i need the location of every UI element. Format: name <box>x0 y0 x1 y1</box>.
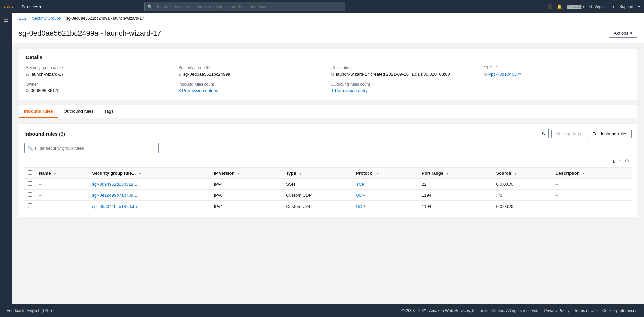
sort-name-icon: ▼ <box>53 172 57 175</box>
manage-tags-button[interactable]: Manage tags <box>551 130 585 138</box>
copy-sg-id-icon[interactable]: ⧉ <box>179 72 182 77</box>
actions-button[interactable]: Actions ▾ <box>609 29 637 38</box>
row-sg-rule-0: sgr-0d94951d15b318... <box>89 179 210 190</box>
table-row: – sgr-055041bffb187dcfa IPv4 Custom UDP … <box>24 201 632 212</box>
header-type[interactable]: Type ▼ <box>283 168 353 179</box>
detail-inbound-count-value: 3 Permission entries <box>179 88 325 93</box>
copy-description-icon[interactable]: ⧉ <box>331 72 334 77</box>
row-port-range-0: 22 <box>418 179 493 190</box>
header-name[interactable]: Name ▼ <box>36 168 89 179</box>
search-bar: 🔍 <box>144 2 345 11</box>
table-row: – sgr-0e19d99b7ab789... IPv6 Custom UDP … <box>24 190 632 201</box>
privacy-policy-link[interactable]: Privacy Policy <box>544 308 570 313</box>
refresh-button[interactable]: ↻ <box>539 129 549 138</box>
sort-sg-rule-icon: ▼ <box>138 172 142 175</box>
sort-type-icon: ▼ <box>299 172 302 175</box>
inbound-rules-section: Inbound rules (3) ↻ Manage tags Edit inb… <box>19 123 637 217</box>
detail-sg-name: Security group name ⧉ launch-wizard-17 <box>26 65 172 77</box>
filter-input[interactable] <box>24 143 159 153</box>
header-ip-version[interactable]: IP version ▼ <box>211 168 283 179</box>
copy-owner-icon[interactable]: ⧉ <box>26 88 29 93</box>
row-sg-rule-1: sgr-0e19d99b7ab789... <box>89 190 210 201</box>
row-port-range-2: 1194 <box>418 201 493 212</box>
search-input[interactable] <box>144 2 345 11</box>
footer-right: © 2008 - 2021, Amazon Web Services, Inc.… <box>401 308 637 313</box>
filter-input-wrapper: 🔍 <box>24 143 159 153</box>
breadcrumb-security-groups[interactable]: Security Groups <box>32 16 61 21</box>
tab-inbound-rules[interactable]: Inbound rules <box>19 105 58 118</box>
row-description-2: – <box>552 201 632 212</box>
detail-vpc-id-label: VPC ID <box>484 65 631 70</box>
bell-icon[interactable]: 🔔 <box>557 4 562 9</box>
detail-description-label: Description <box>331 65 478 70</box>
header-select-all <box>24 168 36 179</box>
row-description-0: – <box>552 179 632 190</box>
row-protocol-2: UDP <box>353 201 418 212</box>
tab-tags[interactable]: Tags <box>99 105 119 118</box>
actions-label: Actions <box>614 31 628 36</box>
detail-vpc-id-value: ⧉ vpc-78d10405 ⧉ <box>484 72 631 77</box>
next-page-button[interactable]: › <box>618 157 622 164</box>
row-type-1: Custom UDP <box>283 190 353 201</box>
detail-inbound-count: Inbound rules count 3 Permission entries <box>179 82 325 93</box>
rules-actions: ↻ Manage tags Edit inbound rules <box>539 129 632 138</box>
row-source-0: 0.0.0.0/0 <box>493 179 552 190</box>
user-menu[interactable]: ▓▓▓▓▓ ▾ <box>567 4 585 9</box>
row-checkbox-1[interactable] <box>28 192 32 197</box>
header-protocol[interactable]: Protocol ▼ <box>353 168 418 179</box>
row-name-1: – <box>36 190 89 201</box>
region-menu[interactable]: N. Virginia <box>589 4 608 9</box>
row-checkbox-2[interactable] <box>28 203 32 208</box>
language-selector[interactable]: English (US) ▾ <box>27 308 53 313</box>
copy-vpc-id-icon[interactable]: ⧉ <box>484 72 487 77</box>
copy-sg-name-icon[interactable]: ⧉ <box>26 72 29 77</box>
row-protocol-0: TCP <box>353 179 418 190</box>
detail-sg-id-value: ⧉ sg-0ed0ae5621bc2499a <box>179 72 325 77</box>
feedback-link[interactable]: Feedback <box>7 308 24 313</box>
row-description-1: – <box>552 190 632 201</box>
detail-sg-name-value: ⧉ launch-wizard-17 <box>26 72 172 77</box>
row-protocol-1: UDP <box>353 190 418 201</box>
cloud-icon[interactable]: ⬛ <box>547 4 552 9</box>
edit-inbound-rules-button[interactable]: Edit inbound rules <box>588 130 632 138</box>
details-card: Details Security group name ⧉ launch-wiz… <box>19 49 637 100</box>
aws-logo[interactable]: aws <box>4 3 15 10</box>
sort-port-range-icon: ▼ <box>446 172 449 175</box>
hamburger-menu-icon[interactable]: ☰ <box>4 17 8 23</box>
top-navigation: aws Services ▾ 🔍 ⬛ 🔔 ▓▓▓▓▓ ▾ N. Virginia… <box>0 0 644 13</box>
inbound-rules-table: Name ▼ Security group rule... ▼ IP versi… <box>24 167 632 212</box>
header-port-range[interactable]: Port range ▼ <box>418 168 493 179</box>
inbound-count-link[interactable]: 3 Permission entries <box>179 88 218 93</box>
details-title: Details <box>26 54 630 60</box>
prev-page-button[interactable]: ‹ <box>605 157 610 164</box>
select-all-checkbox[interactable] <box>28 170 32 175</box>
row-name-2: – <box>36 201 89 212</box>
row-sg-rule-2: sgr-055041bffb187dcfa <box>89 201 210 212</box>
table-settings-icon[interactable]: ⚙ <box>623 157 630 165</box>
vpc-id-link[interactable]: vpc-78d10405 <box>489 72 517 77</box>
cookie-preferences-link[interactable]: Cookie preferences <box>602 308 637 313</box>
breadcrumb-sep-1: › <box>29 16 30 21</box>
tabs-bar: Inbound rules Outbound rules Tags <box>19 105 637 118</box>
outbound-count-link[interactable]: 1 Permission entry <box>331 88 368 93</box>
detail-vpc-id: VPC ID ⧉ vpc-78d10405 ⧉ <box>484 65 631 77</box>
header-description[interactable]: Description ▼ <box>552 168 632 179</box>
row-checkbox-0[interactable] <box>28 181 32 186</box>
terms-of-use-link[interactable]: Terms of Use <box>574 308 598 313</box>
row-checkbox-cell <box>24 190 36 201</box>
page-content: EC2 › Security Groups › sg-0ed0ae5621bc2… <box>12 13 644 304</box>
lang-chevron-icon: ▾ <box>51 308 53 313</box>
detail-description-value: ⧉ launch-wizard-17 created 2021-09-26T10… <box>331 72 478 77</box>
detail-sg-id-label: Security group ID <box>179 65 325 70</box>
svg-text:aws: aws <box>4 4 13 9</box>
services-menu[interactable]: Services ▾ <box>21 4 42 9</box>
tab-outbound-rules[interactable]: Outbound rules <box>58 105 99 118</box>
sort-ip-version-icon: ▼ <box>237 172 240 175</box>
support-menu[interactable]: Support <box>619 4 633 9</box>
header-sg-rule[interactable]: Security group rule... ▼ <box>89 168 210 179</box>
footer: Feedback English (US) ▾ © 2008 - 2021, A… <box>0 304 644 317</box>
header-source[interactable]: Source ▼ <box>493 168 552 179</box>
row-port-range-1: 1194 <box>418 190 493 201</box>
pagination-row: ‹ 1 › ⚙ <box>24 157 632 165</box>
breadcrumb-ec2[interactable]: EC2 <box>19 16 26 21</box>
